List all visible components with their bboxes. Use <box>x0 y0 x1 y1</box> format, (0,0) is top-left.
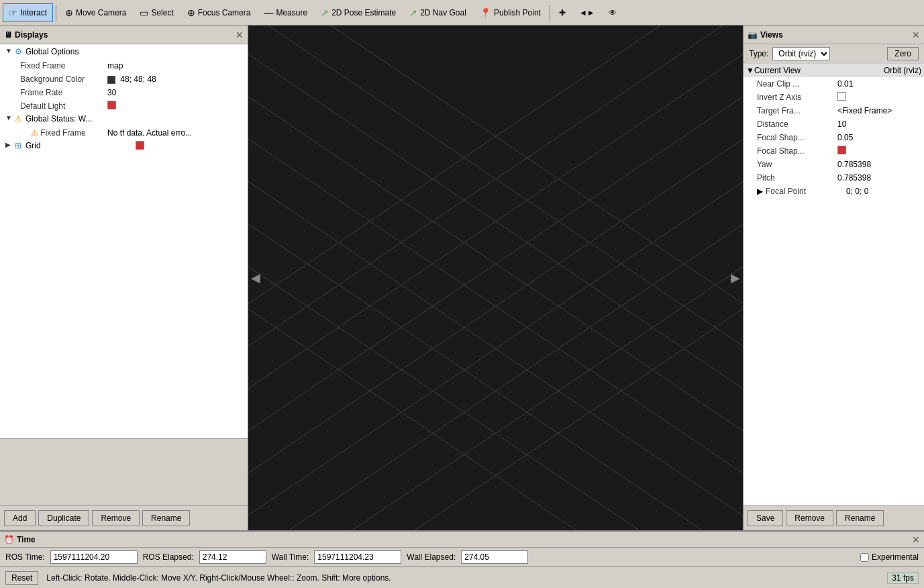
focal-point-toggle[interactable]: ▶ <box>757 187 763 196</box>
current-view-toggle[interactable]: ▼ <box>746 66 754 75</box>
wall-elapsed-input[interactable] <box>461 550 528 564</box>
color-text: 48; 48; 48 <box>120 75 156 84</box>
views-header: 📷 Views ✕ <box>743 26 924 44</box>
viewport-arrow-left[interactable]: ◀ <box>248 268 263 288</box>
duplicate-button[interactable]: Duplicate <box>38 510 89 526</box>
wall-time-input[interactable] <box>314 550 401 564</box>
remove-view-button[interactable]: Remove <box>786 510 833 526</box>
move-camera-button[interactable]: ⊕ Move Camera <box>59 3 132 22</box>
publish-point-button[interactable]: 📍 Publish Point <box>474 3 547 22</box>
view-toggle-button[interactable]: 👁 <box>603 3 623 22</box>
distance-row[interactable]: Distance 10 <box>743 117 924 131</box>
current-view-section[interactable]: ▼ Current View Orbit (rviz) <box>743 64 924 77</box>
grid-checkbox-wrapper <box>136 141 246 152</box>
time-fields-row: ROS Time: ROS Elapsed: Wall Time: Wall E… <box>0 548 924 567</box>
default-light-value <box>107 101 245 111</box>
rename-display-button[interactable]: Rename <box>142 510 190 526</box>
move-camera-icon: ⊕ <box>65 7 73 18</box>
invert-z-row[interactable]: Invert Z Axis <box>743 91 924 104</box>
measure-icon: — <box>264 7 273 18</box>
main-area: 🖥 Displays ✕ ▼ ⚙ Global Options Fixed Fr… <box>0 26 924 530</box>
reset-button[interactable]: Reset <box>5 571 38 585</box>
wall-time-label: Wall Time: <box>272 552 309 562</box>
global-status-fixed-frame-row[interactable]: ⚠ Fixed Frame No tf data. Actual erro... <box>0 126 248 140</box>
grid-checkbox[interactable] <box>136 141 144 150</box>
frame-rate-value: 30 <box>107 88 245 97</box>
time-close-btn[interactable]: ✕ <box>912 534 920 545</box>
displays-header: 🖥 Displays ✕ <box>0 26 248 44</box>
gs-fixed-frame-value: No tf data. Actual erro... <box>107 128 245 138</box>
target-frame-row[interactable]: Target Fra... <Fixed Frame> <box>743 104 924 117</box>
interact-button[interactable]: ☞ Interact <box>3 3 53 22</box>
ros-elapsed-input[interactable] <box>199 550 266 564</box>
global-status-row[interactable]: ▼ ⚠ Global Status: W... <box>0 113 248 126</box>
grid-row[interactable]: ▶ ⊞ Grid <box>0 140 248 153</box>
viewport[interactable]: ◀ ▶ <box>248 26 743 530</box>
focal-point-label: Focal Point <box>766 187 846 196</box>
views-title: 📷 Views <box>748 30 783 40</box>
nav-arrows-icon: ◄► <box>579 8 595 17</box>
pose-estimate-button[interactable]: ↗ 2D Pose Estimate <box>315 3 402 22</box>
pitch-label: Pitch <box>757 173 837 183</box>
experimental-checkbox[interactable] <box>860 553 869 562</box>
displays-close-btn[interactable]: ✕ <box>236 30 244 40</box>
views-zero-btn[interactable]: Zero <box>887 47 919 60</box>
select-icon: ▭ <box>140 7 148 18</box>
pose-estimate-icon: ↗ <box>321 7 329 18</box>
focal-point-row[interactable]: ▶ Focal Point 0; 0; 0 <box>743 185 924 198</box>
views-buttons: Save Remove Rename <box>743 505 924 530</box>
global-status-toggle[interactable]: ▼ <box>5 114 15 121</box>
add-crosshair-button[interactable]: ✚ <box>553 3 572 22</box>
crosshair-icon: ✚ <box>559 8 566 17</box>
background-color-value: 48; 48; 48 <box>107 75 245 84</box>
displays-buttons: Add Duplicate Remove Rename <box>0 505 248 530</box>
toolbar: ☞ Interact ⊕ Move Camera ▭ Select ⊕ Focu… <box>0 0 924 26</box>
rename-view-button[interactable]: Rename <box>836 510 884 526</box>
views-type-row: Type: Orbit (rviz) Zero <box>743 44 924 64</box>
yaw-label: Yaw <box>757 160 837 169</box>
fixed-frame-row[interactable]: Fixed Frame map <box>0 59 248 72</box>
frame-rate-row[interactable]: Frame Rate 30 <box>0 86 248 99</box>
global-status-label: Global Status: W... <box>25 114 245 124</box>
views-tree[interactable]: ▼ Current View Orbit (rviz) Near Clip ..… <box>743 64 924 505</box>
nav-arrows-button[interactable]: ◄► <box>573 3 601 22</box>
yaw-value: 0.785398 <box>837 160 921 169</box>
remove-display-button[interactable]: Remove <box>92 510 140 526</box>
global-options-label: Global Options <box>25 47 245 56</box>
yaw-row[interactable]: Yaw 0.785398 <box>743 158 924 171</box>
ros-time-input[interactable] <box>50 550 138 564</box>
focal-shape1-row[interactable]: Focal Shap... 0.05 <box>743 131 924 144</box>
toolbar-sep-2 <box>550 5 550 21</box>
invert-z-checkbox[interactable] <box>837 92 846 101</box>
grid-toggle[interactable]: ▶ <box>5 141 15 148</box>
views-type-select[interactable]: Orbit (rviz) <box>772 47 830 60</box>
viewport-arrow-right[interactable]: ▶ <box>728 268 743 288</box>
pitch-value: 0.785398 <box>837 173 921 183</box>
clock-icon: ⏰ <box>4 535 14 544</box>
default-light-checkbox[interactable] <box>107 101 116 109</box>
focal-shape2-value <box>837 146 921 156</box>
views-icon: 📷 <box>748 30 758 40</box>
default-light-label: Default Light <box>20 101 107 111</box>
distance-label: Distance <box>757 119 837 129</box>
focal-shape2-checkbox[interactable] <box>837 146 846 154</box>
grid-visualization <box>248 26 743 530</box>
select-button[interactable]: ▭ Select <box>134 3 179 22</box>
global-options-row[interactable]: ▼ ⚙ Global Options <box>0 46 248 59</box>
default-light-row[interactable]: Default Light <box>0 99 248 113</box>
views-close-btn[interactable]: ✕ <box>912 30 920 40</box>
time-header: ⏰ Time ✕ <box>0 532 924 548</box>
nav-goal-button[interactable]: ↗ 2D Nav Goal <box>403 3 472 22</box>
near-clip-row[interactable]: Near Clip ... 0.01 <box>743 77 924 91</box>
experimental-row: Experimental <box>860 552 919 562</box>
background-color-row[interactable]: Background Color 48; 48; 48 <box>0 72 248 86</box>
focal-shape2-row[interactable]: Focal Shap... <box>743 144 924 158</box>
save-view-button[interactable]: Save <box>748 510 783 526</box>
global-options-toggle[interactable]: ▼ <box>5 47 15 54</box>
focus-camera-button[interactable]: ⊕ Focus Camera <box>181 3 257 22</box>
add-button[interactable]: Add <box>4 510 36 526</box>
select-label: Select <box>151 8 173 17</box>
displays-tree[interactable]: ▼ ⚙ Global Options Fixed Frame map Backg… <box>0 44 248 438</box>
measure-button[interactable]: — Measure <box>258 3 313 22</box>
pitch-row[interactable]: Pitch 0.785398 <box>743 171 924 185</box>
